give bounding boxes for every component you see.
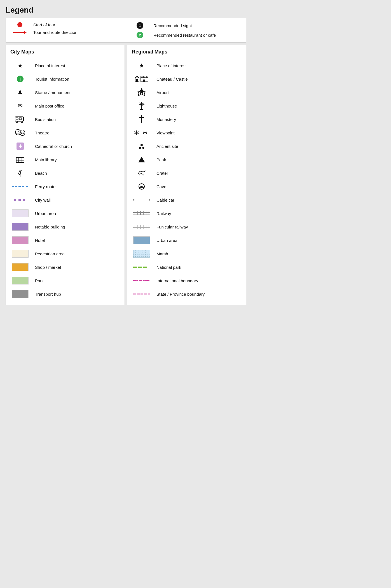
peak-label: Peak	[156, 157, 242, 162]
state-boundary-icon	[132, 293, 151, 295]
red-arrow-head	[24, 31, 27, 34]
black-circle-1: 1	[137, 22, 143, 29]
start-of-tour-icon	[11, 22, 28, 27]
city-wall-icon	[10, 198, 30, 202]
notable-building-row: Notable building	[10, 220, 120, 234]
hotel-label: Hotel	[35, 238, 120, 243]
national-park-svg-icon	[133, 266, 150, 269]
regional-place-of-interest-label: Place of interest	[156, 63, 242, 68]
monastery-label: Monastery	[156, 117, 242, 122]
main-post-office-row: ✉ Main post office	[10, 99, 120, 113]
international-boundary-icon	[132, 279, 151, 282]
national-park-icon	[132, 266, 151, 269]
svg-point-53	[133, 199, 135, 201]
beach-icon	[10, 169, 30, 177]
notable-building-label: Notable building	[35, 225, 120, 229]
recommended-restaurant-label: Recommended restaurant or café	[153, 33, 240, 38]
international-boundary-label: International boundary	[156, 278, 242, 283]
statue-monument-row: ♟ Statue / monument	[10, 86, 120, 99]
pink-box-icon	[12, 236, 29, 244]
svg-rect-21	[14, 199, 16, 201]
city-urban-area-icon	[10, 209, 30, 217]
lighthouse-icon	[132, 101, 151, 111]
transport-hub-row: Transport hub	[10, 287, 120, 301]
viewpoint-icon	[132, 129, 151, 137]
main-library-icon	[10, 156, 30, 164]
ferry-route-row: Ferry route	[10, 180, 120, 193]
svg-rect-1	[16, 118, 18, 120]
city-maps-column: City Maps ★ Place of interest i Tourist …	[6, 45, 125, 305]
recommended-restaurant-row: 2 Recommended restaurant or café	[132, 32, 240, 38]
regional-maps-column: Regional Maps ★ Place of interest	[127, 45, 246, 305]
theatre-row: Theatre	[10, 126, 120, 139]
main-library-label: Main library	[35, 157, 120, 162]
blue-box-icon	[133, 236, 150, 244]
international-boundary-row: International boundary	[132, 274, 242, 287]
hotel-icon	[10, 236, 30, 244]
svg-point-11	[23, 132, 24, 132]
green-info-icon: i	[17, 76, 24, 82]
cable-car-row: Cable car	[132, 193, 242, 207]
crater-row: Crater	[132, 166, 242, 180]
green-circle-2: 2	[137, 32, 143, 38]
orange-box-icon	[12, 263, 29, 271]
park-label: Park	[35, 278, 120, 283]
svg-rect-28	[144, 76, 145, 78]
bus-station-row: Bus station	[10, 113, 120, 126]
svg-rect-22	[18, 199, 21, 201]
recommended-restaurant-icon: 2	[132, 32, 148, 38]
main-post-office-icon: ✉	[10, 102, 30, 109]
lighthouse-label: Lighthouse	[156, 104, 242, 108]
green-box-icon	[12, 277, 29, 284]
svg-rect-2	[19, 118, 22, 120]
chateau-castle-icon	[132, 75, 151, 83]
funicular-railway-row: Funicular railway	[132, 220, 242, 234]
transport-hub-icon	[10, 290, 30, 298]
crater-label: Crater	[156, 171, 242, 176]
city-place-of-interest-label: Place of interest	[35, 63, 120, 68]
crater-svg-icon	[137, 169, 146, 177]
library-icon	[16, 156, 25, 164]
svg-line-33	[139, 103, 141, 104]
airplane-icon	[137, 88, 146, 97]
marsh-svg-icon	[133, 250, 150, 258]
main-section: City Maps ★ Place of interest i Tourist …	[6, 45, 246, 305]
tour-direction-row: Tour and route direction	[11, 30, 120, 35]
statue-monument-icon: ♟	[10, 89, 30, 96]
funicular-svg-icon	[133, 225, 150, 229]
cross-icon	[138, 115, 145, 124]
city-place-of-interest-icon: ★	[10, 62, 30, 69]
svg-rect-30	[143, 80, 145, 82]
svg-rect-29	[147, 76, 148, 78]
red-arrow-icon	[13, 31, 27, 34]
city-maps-title: City Maps	[10, 49, 120, 55]
top-right: 1 Recommended sight 2 Recommended restau…	[120, 22, 240, 38]
marsh-icon	[132, 250, 151, 258]
ancient-site-svg-icon	[138, 142, 146, 150]
top-left: Start of tour Tour and route direction	[11, 22, 120, 38]
city-urban-area-label: Urban area	[35, 211, 120, 216]
airport-label: Airport	[156, 90, 242, 95]
main-library-row: Main library	[10, 153, 120, 166]
legend-title: Legend	[6, 6, 246, 15]
city-wall-icon	[12, 198, 29, 202]
ancient-site-icon	[132, 142, 151, 150]
bus-station-label: Bus station	[35, 117, 120, 122]
pedestrian-area-row: Pedestrian area	[10, 247, 120, 260]
intl-boundary-svg-icon	[133, 279, 150, 282]
cable-car-svg-icon	[133, 198, 150, 202]
viewpoint-svg-icon	[134, 129, 149, 137]
svg-point-8	[17, 131, 17, 132]
lighthouse-row: Lighthouse	[132, 99, 242, 113]
theatre-masks-icon	[15, 129, 25, 137]
tour-direction-icon	[11, 31, 28, 34]
funicular-railway-icon	[132, 225, 151, 229]
purple-box-icon	[12, 223, 29, 231]
ferry-line-icon	[12, 185, 28, 188]
top-section: Start of tour Tour and route direction 1…	[6, 18, 246, 43]
svg-point-52	[139, 188, 141, 189]
cream-box-icon	[12, 250, 29, 258]
chess-pawn-icon: ♟	[17, 89, 23, 96]
crater-icon	[132, 169, 151, 177]
hotel-row: Hotel	[10, 234, 120, 247]
